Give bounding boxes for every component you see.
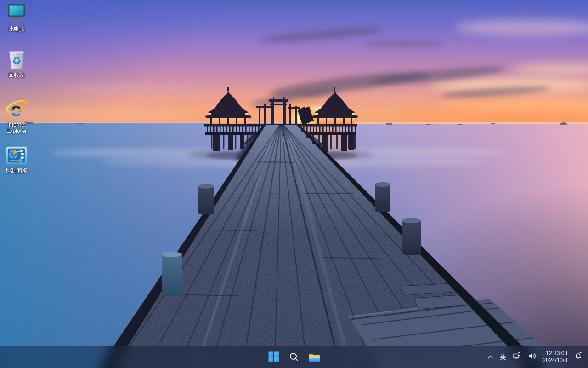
chevron-up-icon <box>487 355 493 359</box>
ime-indicator[interactable]: 英 <box>500 353 506 361</box>
file-explorer-icon <box>308 352 320 362</box>
wallpaper-sunset-pier <box>0 0 588 368</box>
internet-explorer-icon: e <box>6 98 28 121</box>
network-tray-button[interactable] <box>513 352 521 362</box>
desktop-icon-label: 此电脑 <box>8 26 25 33</box>
control-panel-icon <box>6 144 28 167</box>
desktop-icon-label: 控制面板 <box>6 168 28 174</box>
this-pc-icon <box>6 3 28 25</box>
tray-expand-chevron[interactable] <box>487 353 493 361</box>
svg-text:z: z <box>581 352 582 354</box>
desktop-icon-internet-explorer[interactable]: e Internet Explorer <box>0 98 33 135</box>
desktop-icon-this-pc[interactable]: 此电脑 <box>0 3 33 33</box>
notification-bell-button[interactable]: z z <box>574 352 582 362</box>
ethernet-network-icon <box>513 352 521 360</box>
recycle-bin-icon: ♻ <box>6 49 28 71</box>
desktop: 此电脑 ♻ 回收站 <box>0 0 588 368</box>
svg-text:♻: ♻ <box>12 55 22 67</box>
search-icon <box>289 352 299 362</box>
clock-date: 2024/10/3 <box>543 357 567 364</box>
desktop-icon-recycle-bin[interactable]: ♻ 回收站 <box>0 49 33 79</box>
windows-start-icon <box>268 351 279 362</box>
desktop-icon-label: 回收站 <box>8 72 25 79</box>
search-button[interactable] <box>284 347 304 367</box>
file-explorer-button[interactable] <box>304 347 324 367</box>
volume-tray-button[interactable] <box>528 352 536 362</box>
clock[interactable]: 12:33:08 2024/10/3 <box>543 350 567 364</box>
desktop-icon-label: Internet Explorer <box>0 122 33 135</box>
do-not-disturb-bell-icon: z z <box>574 352 582 361</box>
clock-time: 12:33:08 <box>543 350 567 357</box>
speaker-volume-icon <box>528 352 536 360</box>
start-button[interactable] <box>264 347 284 367</box>
taskbar: 英 12:33:08 2024/10/3 <box>0 346 588 368</box>
desktop-icon-control-panel[interactable]: 控制面板 <box>0 144 33 174</box>
